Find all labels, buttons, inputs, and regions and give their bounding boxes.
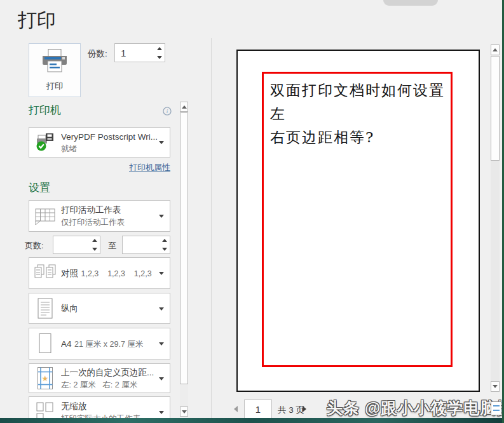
preview-text-line1: 双面打印文档时如何设置左 bbox=[270, 79, 448, 126]
settings-scrollbar-down-icon[interactable] bbox=[180, 406, 188, 417]
pages-to-spin-down-icon[interactable] bbox=[159, 245, 170, 254]
margins-title: 上一次的自定义页边距... bbox=[61, 368, 154, 377]
pages-from-spin-up-icon[interactable] bbox=[89, 236, 100, 245]
paper-size-select[interactable]: A4 21 厘米 x 29.7 厘米 bbox=[29, 328, 170, 359]
paper-title: A4 bbox=[61, 339, 72, 349]
settings-scrollbar-up-icon[interactable] bbox=[180, 102, 188, 112]
settings-heading: 设置 bbox=[29, 180, 50, 195]
pages-label: 页数: bbox=[25, 240, 44, 252]
printer-icon bbox=[40, 48, 69, 76]
collation-subtitle: 1,2,3 1,2,3 1,2,3 bbox=[81, 269, 151, 278]
pages-to-spinner bbox=[122, 236, 170, 254]
print-button[interactable]: 打印 bbox=[29, 43, 81, 97]
margins-subtitle: 左: 2 厘米 右: 2 厘米 bbox=[61, 380, 137, 389]
print-backstage-view: 打印 打印 份数: 打印机 i bbox=[0, 0, 504, 423]
printer-name: VeryPDF Postscript Wri... bbox=[61, 132, 158, 142]
margins-icon: ★ bbox=[29, 366, 61, 391]
printer-heading: 打印机 bbox=[29, 103, 61, 117]
paper-page-icon bbox=[29, 332, 61, 355]
pages-from-spin-down-icon[interactable] bbox=[89, 245, 100, 254]
chevron-down-icon bbox=[159, 215, 164, 218]
page-title: 打印 bbox=[18, 8, 56, 34]
orientation-title: 纵向 bbox=[61, 304, 78, 313]
print-button-label: 打印 bbox=[46, 81, 64, 92]
pages-to-spin-up-icon[interactable] bbox=[159, 236, 170, 245]
previous-page-icon[interactable] bbox=[234, 406, 238, 412]
printer-status: 就绪 bbox=[61, 144, 77, 153]
scaling-title: 无缩放 bbox=[61, 401, 87, 411]
copies-spin-up-icon[interactable] bbox=[154, 44, 165, 53]
copies-label: 份数: bbox=[88, 48, 107, 60]
pages-from-input[interactable] bbox=[53, 236, 89, 253]
chevron-down-icon bbox=[159, 141, 164, 144]
next-page-icon[interactable] bbox=[303, 406, 306, 412]
preview-page: 双面打印文档时如何设置左 右页边距相等? bbox=[236, 50, 480, 392]
chevron-down-icon bbox=[159, 307, 164, 311]
svg-text:★: ★ bbox=[42, 374, 49, 383]
chevron-down-icon bbox=[159, 272, 164, 275]
pages-to-input[interactable] bbox=[123, 236, 159, 253]
settings-scrollbar-thumb[interactable] bbox=[180, 112, 188, 384]
copies-input[interactable] bbox=[115, 44, 154, 62]
preview-text-line2: 右页边距相等? bbox=[270, 126, 448, 149]
watermark-text: 头条 @跟小小筱学电脑技能 bbox=[327, 398, 504, 419]
total-pages-label: 共 3 页 bbox=[278, 405, 304, 416]
collate-icon bbox=[29, 263, 61, 283]
chevron-down-icon bbox=[159, 342, 164, 346]
print-what-select[interactable]: 打印活动工作表 仅打印活动工作表 bbox=[29, 200, 170, 232]
chevron-down-icon bbox=[159, 411, 164, 414]
pages-from-spinner bbox=[53, 236, 100, 254]
print-what-title: 打印活动工作表 bbox=[61, 205, 121, 215]
collation-select[interactable]: 对照 1,2,3 1,2,3 1,2,3 bbox=[29, 257, 170, 289]
watermark-page-icon bbox=[491, 401, 501, 415]
bottom-status-strip bbox=[0, 418, 502, 423]
portrait-page-icon bbox=[29, 297, 61, 320]
chevron-down-icon bbox=[159, 377, 164, 380]
paper-subtitle: 21 厘米 x 29.7 厘米 bbox=[74, 340, 143, 349]
panel-divider bbox=[211, 38, 212, 418]
printer-device-icon bbox=[29, 133, 61, 152]
info-icon[interactable]: i bbox=[163, 107, 172, 118]
svg-text:i: i bbox=[167, 108, 168, 114]
page-number-input[interactable] bbox=[244, 399, 272, 419]
pages-to-label: 至 bbox=[108, 240, 116, 252]
preview-scrollbar-up-icon[interactable] bbox=[491, 44, 500, 55]
worksheet-icon bbox=[29, 206, 61, 225]
orientation-select[interactable]: 纵向 bbox=[29, 293, 170, 324]
top-tooltip-fragment bbox=[383, 0, 438, 6]
preview-scrollbar-down-icon[interactable] bbox=[491, 381, 500, 392]
printer-select[interactable]: VeryPDF Postscript Wri... 就绪 bbox=[29, 127, 170, 158]
preview-red-border-box: 双面打印文档时如何设置左 右页边距相等? bbox=[262, 72, 453, 367]
printer-properties-link[interactable]: 打印机属性 bbox=[29, 162, 170, 173]
collation-title: 对照 bbox=[61, 269, 78, 278]
copies-spinner bbox=[114, 43, 165, 62]
margins-select[interactable]: ★ 上一次的自定义页边距... 左: 2 厘米 右: 2 厘米 bbox=[29, 363, 170, 393]
copies-spin-down-icon[interactable] bbox=[154, 53, 165, 62]
preview-scrollbar-thumb[interactable] bbox=[491, 56, 500, 161]
print-what-subtitle: 仅打印活动工作表 bbox=[61, 218, 125, 227]
